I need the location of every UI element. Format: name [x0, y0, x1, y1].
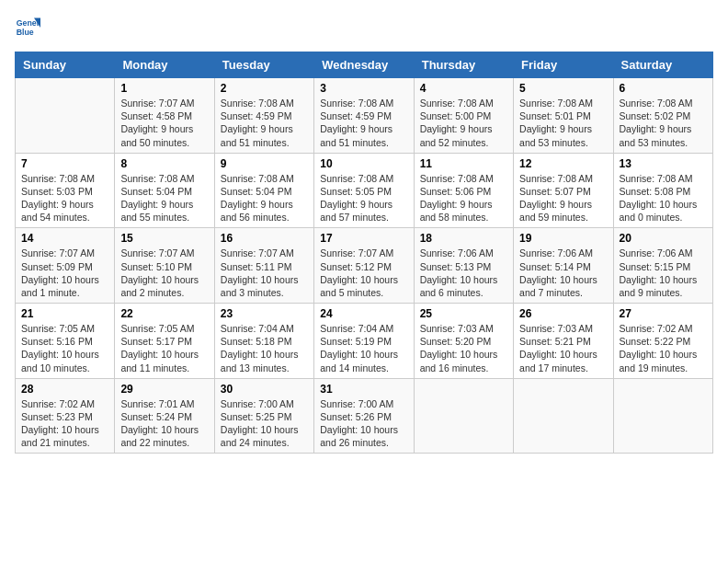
day-number: 3	[320, 82, 407, 95]
day-number: 30	[221, 383, 308, 396]
calendar-cell: 27Sunrise: 7:02 AMSunset: 5:22 PMDayligh…	[613, 304, 712, 379]
day-number: 5	[519, 82, 607, 95]
calendar-cell: 17Sunrise: 7:07 AMSunset: 5:12 PMDayligh…	[314, 228, 414, 304]
day-number: 26	[519, 307, 607, 320]
weekday-header-wednesday: Wednesday	[314, 52, 414, 78]
calendar-cell: 25Sunrise: 7:03 AMSunset: 5:20 PMDayligh…	[414, 304, 513, 379]
day-number: 11	[420, 157, 507, 170]
calendar-cell: 29Sunrise: 7:01 AMSunset: 5:24 PMDayligh…	[115, 378, 214, 454]
calendar-cell	[613, 378, 712, 454]
day-info: Sunrise: 7:08 AMSunset: 5:07 PMDaylight:…	[519, 172, 607, 224]
calendar-cell	[414, 378, 513, 454]
day-info: Sunrise: 7:08 AMSunset: 5:03 PMDaylight:…	[21, 172, 108, 224]
day-info: Sunrise: 7:07 AMSunset: 4:58 PMDaylight:…	[120, 97, 208, 149]
day-info: Sunrise: 7:05 AMSunset: 5:17 PMDaylight:…	[120, 322, 208, 374]
day-number: 1	[120, 82, 208, 95]
calendar-cell: 13Sunrise: 7:08 AMSunset: 5:08 PMDayligh…	[613, 153, 712, 228]
calendar-cell: 23Sunrise: 7:04 AMSunset: 5:18 PMDayligh…	[214, 304, 313, 379]
day-number: 9	[221, 157, 308, 170]
day-number: 20	[620, 232, 707, 245]
calendar-cell: 30Sunrise: 7:00 AMSunset: 5:25 PMDayligh…	[214, 378, 313, 454]
day-info: Sunrise: 7:08 AMSunset: 4:59 PMDaylight:…	[320, 97, 407, 149]
day-number: 24	[320, 307, 407, 320]
day-info: Sunrise: 7:08 AMSunset: 5:04 PMDaylight:…	[221, 172, 308, 224]
day-info: Sunrise: 7:07 AMSunset: 5:09 PMDaylight:…	[21, 247, 108, 299]
calendar-cell: 2Sunrise: 7:08 AMSunset: 4:59 PMDaylight…	[214, 78, 313, 154]
day-info: Sunrise: 7:00 AMSunset: 5:25 PMDaylight:…	[221, 397, 308, 450]
day-number: 10	[320, 157, 407, 170]
day-number: 22	[120, 307, 208, 320]
page-header: General Blue	[15, 15, 713, 40]
calendar-cell: 26Sunrise: 7:03 AMSunset: 5:21 PMDayligh…	[514, 304, 613, 379]
day-info: Sunrise: 7:06 AMSunset: 5:14 PMDaylight:…	[519, 247, 607, 299]
calendar-cell: 11Sunrise: 7:08 AMSunset: 5:06 PMDayligh…	[414, 153, 513, 228]
calendar-cell: 15Sunrise: 7:07 AMSunset: 5:10 PMDayligh…	[115, 228, 214, 304]
day-number: 25	[420, 307, 507, 320]
calendar-cell: 12Sunrise: 7:08 AMSunset: 5:07 PMDayligh…	[514, 153, 613, 228]
calendar-cell: 9Sunrise: 7:08 AMSunset: 5:04 PMDaylight…	[214, 153, 313, 228]
calendar-table: SundayMondayTuesdayWednesdayThursdayFrid…	[15, 52, 713, 454]
calendar-cell: 5Sunrise: 7:08 AMSunset: 5:01 PMDaylight…	[514, 78, 613, 154]
calendar-cell: 21Sunrise: 7:05 AMSunset: 5:16 PMDayligh…	[16, 304, 115, 379]
weekday-header-monday: Monday	[115, 52, 214, 78]
day-info: Sunrise: 7:06 AMSunset: 5:13 PMDaylight:…	[420, 247, 507, 299]
day-info: Sunrise: 7:07 AMSunset: 5:12 PMDaylight:…	[320, 247, 407, 299]
weekday-header-saturday: Saturday	[613, 52, 712, 78]
day-info: Sunrise: 7:08 AMSunset: 4:59 PMDaylight:…	[221, 97, 308, 149]
day-info: Sunrise: 7:08 AMSunset: 5:05 PMDaylight:…	[320, 172, 407, 224]
day-info: Sunrise: 7:04 AMSunset: 5:19 PMDaylight:…	[320, 322, 407, 374]
day-info: Sunrise: 7:04 AMSunset: 5:18 PMDaylight:…	[221, 322, 308, 374]
day-info: Sunrise: 7:08 AMSunset: 5:08 PMDaylight:…	[620, 172, 707, 224]
day-info: Sunrise: 7:07 AMSunset: 5:10 PMDaylight:…	[120, 247, 208, 299]
day-number: 6	[620, 82, 707, 95]
calendar-cell: 22Sunrise: 7:05 AMSunset: 5:17 PMDayligh…	[115, 304, 214, 379]
calendar-cell: 1Sunrise: 7:07 AMSunset: 4:58 PMDaylight…	[115, 78, 214, 154]
calendar-cell: 8Sunrise: 7:08 AMSunset: 5:04 PMDaylight…	[115, 153, 214, 228]
day-info: Sunrise: 7:08 AMSunset: 5:02 PMDaylight:…	[620, 97, 707, 149]
day-number: 17	[320, 232, 407, 245]
day-info: Sunrise: 7:08 AMSunset: 5:01 PMDaylight:…	[519, 97, 607, 149]
weekday-header-sunday: Sunday	[16, 52, 115, 78]
calendar-cell	[16, 78, 115, 154]
calendar-cell: 20Sunrise: 7:06 AMSunset: 5:15 PMDayligh…	[613, 228, 712, 304]
day-number: 2	[221, 82, 308, 95]
weekday-header-thursday: Thursday	[414, 52, 513, 78]
day-number: 16	[221, 232, 308, 245]
weekday-header-tuesday: Tuesday	[214, 52, 313, 78]
calendar-cell: 7Sunrise: 7:08 AMSunset: 5:03 PMDaylight…	[16, 153, 115, 228]
day-number: 13	[620, 157, 707, 170]
day-info: Sunrise: 7:07 AMSunset: 5:11 PMDaylight:…	[221, 247, 308, 299]
logo: General Blue	[15, 15, 44, 40]
day-info: Sunrise: 7:03 AMSunset: 5:20 PMDaylight:…	[420, 322, 507, 374]
day-number: 18	[420, 232, 507, 245]
day-info: Sunrise: 7:08 AMSunset: 5:00 PMDaylight:…	[420, 97, 507, 149]
day-number: 29	[120, 383, 208, 396]
calendar-cell: 4Sunrise: 7:08 AMSunset: 5:00 PMDaylight…	[414, 78, 513, 154]
day-number: 12	[519, 157, 607, 170]
day-info: Sunrise: 7:08 AMSunset: 5:04 PMDaylight:…	[120, 172, 208, 224]
day-number: 28	[21, 383, 108, 396]
day-number: 21	[21, 307, 108, 320]
calendar-header: SundayMondayTuesdayWednesdayThursdayFrid…	[16, 52, 713, 78]
day-info: Sunrise: 7:01 AMSunset: 5:24 PMDaylight:…	[120, 397, 208, 450]
day-number: 15	[120, 232, 208, 245]
svg-text:Blue: Blue	[17, 28, 34, 37]
calendar-cell: 6Sunrise: 7:08 AMSunset: 5:02 PMDaylight…	[613, 78, 712, 154]
day-number: 14	[21, 232, 108, 245]
day-number: 27	[620, 307, 707, 320]
calendar-cell: 18Sunrise: 7:06 AMSunset: 5:13 PMDayligh…	[414, 228, 513, 304]
day-info: Sunrise: 7:06 AMSunset: 5:15 PMDaylight:…	[620, 247, 707, 299]
calendar-cell: 31Sunrise: 7:00 AMSunset: 5:26 PMDayligh…	[314, 378, 414, 454]
day-info: Sunrise: 7:02 AMSunset: 5:22 PMDaylight:…	[620, 322, 707, 374]
day-number: 23	[221, 307, 308, 320]
calendar-cell: 16Sunrise: 7:07 AMSunset: 5:11 PMDayligh…	[214, 228, 313, 304]
day-number: 19	[519, 232, 607, 245]
calendar-cell: 19Sunrise: 7:06 AMSunset: 5:14 PMDayligh…	[514, 228, 613, 304]
day-number: 4	[420, 82, 507, 95]
calendar-cell: 28Sunrise: 7:02 AMSunset: 5:23 PMDayligh…	[16, 378, 115, 454]
calendar-cell: 14Sunrise: 7:07 AMSunset: 5:09 PMDayligh…	[16, 228, 115, 304]
day-info: Sunrise: 7:08 AMSunset: 5:06 PMDaylight:…	[420, 172, 507, 224]
day-info: Sunrise: 7:05 AMSunset: 5:16 PMDaylight:…	[21, 322, 108, 374]
day-number: 31	[320, 383, 407, 396]
calendar-cell: 24Sunrise: 7:04 AMSunset: 5:19 PMDayligh…	[314, 304, 414, 379]
